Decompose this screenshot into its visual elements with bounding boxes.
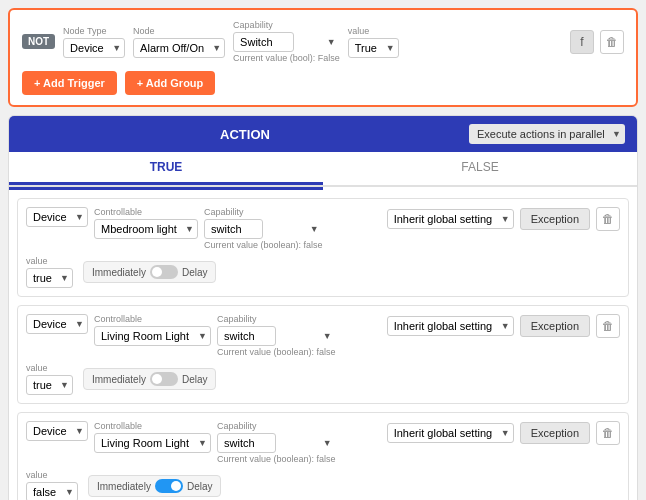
- ai1-controllable-select[interactable]: Mbedroom light: [94, 219, 198, 239]
- action-item-1: Device ▼ Controllable Mbedroom light ▼ C…: [17, 198, 629, 297]
- ai2-inherit-select[interactable]: Inherit global setting: [387, 316, 514, 336]
- ai1-value-select[interactable]: true: [26, 268, 73, 288]
- ai2-delay-label: Delay: [182, 374, 208, 385]
- ai1-immediately-label: Immediately: [92, 267, 146, 278]
- ai1-device-select[interactable]: Device: [26, 207, 88, 227]
- ai3-value-select[interactable]: false: [26, 482, 78, 500]
- ai2-value-select[interactable]: true: [26, 375, 73, 395]
- add-trigger-button[interactable]: + Add Trigger: [22, 71, 117, 95]
- action-section: ACTION Execute actions in parallel ▼ TRU…: [8, 115, 638, 500]
- ai3-capability-select[interactable]: switch: [217, 433, 276, 453]
- ai2-value-wrap: true ▼: [26, 375, 73, 395]
- ai3-controllable-label: Controllable: [94, 421, 211, 431]
- ai1-capability-group: Capability switch ▼ Current value (boole…: [204, 207, 323, 250]
- ai2-device-group: Device ▼: [26, 314, 88, 334]
- ai2-device-select[interactable]: Device: [26, 314, 88, 334]
- ai2-immediately-label: Immediately: [92, 374, 146, 385]
- delete-condition-button[interactable]: 🗑: [600, 30, 624, 54]
- capability-select[interactable]: Switch: [233, 32, 294, 52]
- ai2-toggle[interactable]: [150, 372, 178, 386]
- ai1-value-label: value: [26, 256, 73, 266]
- ai1-capability-wrap: switch ▼: [204, 219, 323, 239]
- ai1-capability-arrow: ▼: [310, 224, 319, 234]
- ai2-inherit-wrap: Inherit global setting ▼: [387, 316, 514, 336]
- ai2-value-label: value: [26, 363, 73, 373]
- trigger-group-buttons: + Add Trigger + Add Group: [22, 71, 624, 95]
- node-select-wrap: Alarm Off/On ▼: [133, 38, 225, 58]
- ai3-inherit-select[interactable]: Inherit global setting: [387, 423, 514, 443]
- ai1-controllable-wrap: Mbedroom light ▼: [94, 219, 198, 239]
- action-item-1-top: Device ▼ Controllable Mbedroom light ▼ C…: [26, 207, 620, 250]
- ai3-capability-wrap: switch ▼: [217, 433, 336, 453]
- value-select[interactable]: True: [348, 38, 399, 58]
- ai3-device-select[interactable]: Device: [26, 421, 88, 441]
- ai1-current-value: Current value (boolean): false: [204, 240, 323, 250]
- node-group: Node Alarm Off/On ▼: [133, 26, 225, 58]
- capability-arrow-icon: ▼: [327, 37, 336, 47]
- parallel-select[interactable]: Execute actions in parallel: [469, 124, 625, 144]
- capability-select-wrap: Switch ▼: [233, 32, 340, 52]
- ai2-toggle-knob: [152, 374, 162, 384]
- node-select[interactable]: Alarm Off/On: [133, 38, 225, 58]
- ai3-immediately-label: Immediately: [97, 481, 151, 492]
- ai3-delete-button[interactable]: 🗑: [596, 421, 620, 445]
- true-false-tabs: TRUE FALSE: [9, 152, 637, 187]
- ai1-capability-select[interactable]: switch: [204, 219, 263, 239]
- ai2-current-value: Current value (boolean): false: [217, 347, 336, 357]
- value-select-wrap: True ▼: [348, 38, 399, 58]
- ai1-capability-label: Capability: [204, 207, 323, 217]
- action-item-2-top: Device ▼ Controllable Living Room Light …: [26, 314, 620, 357]
- ai1-value-wrap: true ▼: [26, 268, 73, 288]
- tab-true[interactable]: TRUE: [9, 152, 323, 185]
- ai3-toggle-knob: [171, 481, 181, 491]
- node-label: Node: [133, 26, 225, 36]
- ai2-capability-group: Capability switch ▼ Current value (boole…: [217, 314, 336, 357]
- ai3-capability-label: Capability: [217, 421, 336, 431]
- ai1-toggle-knob: [152, 267, 162, 277]
- ai3-capability-arrow: ▼: [323, 438, 332, 448]
- ai3-toggle[interactable]: [155, 479, 183, 493]
- ai2-delete-button[interactable]: 🗑: [596, 314, 620, 338]
- ai2-exception-button[interactable]: Exception: [520, 315, 590, 337]
- ai3-inherit-wrap: Inherit global setting ▼: [387, 423, 514, 443]
- ai3-right: Inherit global setting ▼ Exception 🗑: [387, 421, 620, 445]
- ai2-value-group: value true ▼: [26, 363, 73, 395]
- action-header: ACTION Execute actions in parallel ▼: [9, 116, 637, 152]
- ai2-right: Inherit global setting ▼ Exception 🗑: [387, 314, 620, 338]
- node-type-select-wrap: Device ▼: [63, 38, 125, 58]
- ai3-exception-button[interactable]: Exception: [520, 422, 590, 444]
- add-group-button[interactable]: + Add Group: [125, 71, 216, 95]
- ai2-capability-label: Capability: [217, 314, 336, 324]
- ai1-toggle-row: Immediately Delay: [83, 261, 216, 283]
- ai2-capability-wrap: switch ▼: [217, 326, 336, 346]
- ai3-controllable-select[interactable]: Living Room Light: [94, 433, 211, 453]
- not-badge: NOT: [22, 34, 55, 49]
- ai2-controllable-select[interactable]: Living Room Light: [94, 326, 211, 346]
- action-title: ACTION: [21, 127, 469, 142]
- ai3-device-group: Device ▼: [26, 421, 88, 441]
- tab-false[interactable]: FALSE: [323, 152, 637, 185]
- ai1-exception-button[interactable]: Exception: [520, 208, 590, 230]
- node-type-group: Node Type Device ▼: [63, 26, 125, 58]
- ai2-capability-arrow: ▼: [323, 331, 332, 341]
- ai2-toggle-row: Immediately Delay: [83, 368, 216, 390]
- ai3-value-label: value: [26, 470, 78, 480]
- action-item-3: Device ▼ Controllable Living Room Light …: [17, 412, 629, 500]
- function-button[interactable]: f: [570, 30, 594, 54]
- ai3-delay-label: Delay: [187, 481, 213, 492]
- ai3-value-wrap: false ▼: [26, 482, 78, 500]
- ai1-delete-button[interactable]: 🗑: [596, 207, 620, 231]
- ai2-capability-select[interactable]: switch: [217, 326, 276, 346]
- ai1-inherit-select[interactable]: Inherit global setting: [387, 209, 514, 229]
- ai3-capability-group: Capability switch ▼ Current value (boole…: [217, 421, 336, 464]
- condition-section: NOT Node Type Device ▼ Node Alarm Off/On…: [8, 8, 638, 107]
- ai2-controllable-wrap: Living Room Light ▼: [94, 326, 211, 346]
- ai1-controllable-label: Controllable: [94, 207, 198, 217]
- node-type-select[interactable]: Device: [63, 38, 125, 58]
- ai2-controllable-group: Controllable Living Room Light ▼: [94, 314, 211, 346]
- condition-actions: f 🗑: [570, 30, 624, 54]
- ai3-device-wrap: Device ▼: [26, 421, 88, 441]
- ai1-toggle[interactable]: [150, 265, 178, 279]
- ai3-current-value: Current value (boolean): false: [217, 454, 336, 464]
- ai1-right: Inherit global setting ▼ Exception 🗑: [387, 207, 620, 231]
